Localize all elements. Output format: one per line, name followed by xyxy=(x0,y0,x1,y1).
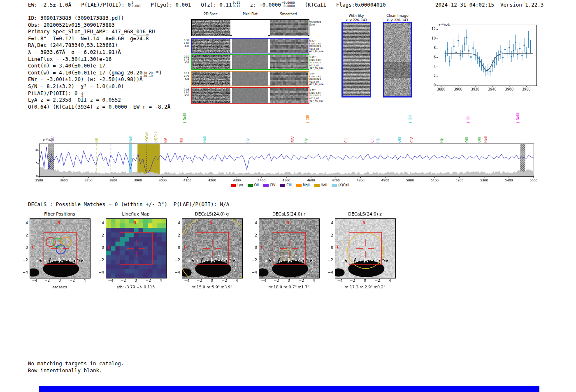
x-axis-tick-label: 0 xyxy=(361,278,369,283)
cutout-panel-fiber: Fiber Positions4−42−200−2−2−44NEarcsecs xyxy=(22,210,100,292)
emission-line-label: NeIII xyxy=(129,135,132,143)
text-segment: Q(z): 0.11 xyxy=(201,2,232,8)
x-axis-tick-label: 4 xyxy=(386,278,394,283)
compass-east-label: E xyxy=(337,245,339,249)
x-axis-tick-label: 4 xyxy=(233,278,241,283)
info-line: Cont(w) = 4.10(±0.01)e-17 (gmag 20.2020.… xyxy=(28,70,170,77)
x-axis-tick-label: 0 xyxy=(285,278,293,283)
text-segment: Q(0.64) (K)CaII(3934) z = 0.0000 EW r = … xyxy=(28,104,170,110)
y-axis-tick-label: 4 xyxy=(327,221,333,225)
compass-east-label: E xyxy=(32,245,34,249)
header-item: Flags:0x00004010 xyxy=(336,2,386,8)
info-line: Primary Spec_Slot_IFU_AMP: 417_068_016_R… xyxy=(28,28,170,35)
emission-line-label: Hγ xyxy=(304,138,308,143)
spec2d-column-header: Smoothed xyxy=(272,12,305,16)
smoothed-image xyxy=(270,55,308,69)
legend-color-swatch xyxy=(248,184,253,187)
cutout-canvas xyxy=(106,218,167,278)
stacked-value: 00 xyxy=(81,92,84,98)
x-axis-tick-label: −4 xyxy=(183,278,190,283)
text-segment: Cont(w) = 4.10(±0.01)e-17 (gmag 20.20 xyxy=(28,70,142,76)
emission-line-label: HeII xyxy=(203,136,207,143)
cutout-title: Fiber Positions xyxy=(30,211,90,216)
legend-label: HeII xyxy=(321,183,327,187)
emission-line-label: (K)CaII xyxy=(145,132,149,143)
y-axis-tick-label: 2 xyxy=(98,233,104,237)
legend-label: CIII xyxy=(286,183,292,187)
emission-line-label: NV xyxy=(164,138,168,143)
emission-line-label: CIII xyxy=(371,137,374,143)
x-axis-tick-label: −2 xyxy=(144,278,152,283)
compass-north-label: N xyxy=(57,220,60,225)
legend-label: Lyα xyxy=(237,183,243,187)
legend-item: HeII xyxy=(314,183,327,187)
legend-item: OII xyxy=(248,183,259,187)
y-axis-tick-label: −4 xyxy=(251,270,257,274)
y-axis-tick-label: 2 xyxy=(251,233,257,237)
text-segment: λ = 3933.67Å σ = 6.02(±1.91)Å xyxy=(28,49,121,55)
x-axis-tick-label: −4 xyxy=(336,278,344,283)
row-info-value: Sum xyxy=(309,23,329,26)
info-line: Cont(n) = 3.40(±0.00)e-17 xyxy=(28,63,170,70)
cutout-caption: arcsecs xyxy=(30,285,90,289)
catalog-match-line: DECaLS : Possible Matches = 0 (within +/… xyxy=(28,201,229,207)
x-axis-tick-label: −2 xyxy=(297,278,305,283)
pixel-flat-image xyxy=(232,55,268,69)
spec2d-row-info-labels: WeightedSum xyxy=(309,21,329,26)
spec2d-column-header: Pixel Flat xyxy=(234,12,267,16)
y-axis-tick-label: −2 xyxy=(174,258,180,262)
y-axis-tick-label: 4 xyxy=(98,221,104,225)
emission-line-label: { NeIII xyxy=(516,113,520,123)
emission-line-label: { NeIII xyxy=(183,113,187,123)
spec2d-row-info-labels: 0.82"(226, 143)20200521v015_03417_RU_014 xyxy=(309,39,329,53)
text-segment: Cont(n) = 3.40(±0.00)e-17 xyxy=(28,63,105,69)
footer-notes: No matching targets in catalog.Row inten… xyxy=(28,360,124,374)
info-line: λ = 3933.67Å σ = 6.02(±1.91)Å xyxy=(28,49,170,56)
header-item: P(Lyα): 0.001 xyxy=(151,2,191,8)
cutout-panel-decals_z: DECaLS(24.0) z4−42−200−2−2−44NEm:17.3 rc… xyxy=(327,210,406,292)
row-info-value: 417_RU_014 xyxy=(309,83,329,86)
y-axis-tick-label: −2 xyxy=(251,258,257,262)
image-panel-frame xyxy=(341,22,371,97)
pixel-flat-image xyxy=(232,39,268,53)
scale-value: 0.30 xyxy=(179,55,189,58)
image-panel-canvas xyxy=(384,23,411,96)
cutout-canvas xyxy=(259,218,320,278)
legend-label: MgII xyxy=(303,183,310,187)
spec2d-row-scale-labels: 0.382.08435 xyxy=(179,39,189,47)
header-item: Q(z): 0.110.110.11 xyxy=(201,2,240,8)
cutout-caption: m:17.3 rc:2.9" s:0.2" xyxy=(335,285,395,289)
cutout-canvas xyxy=(182,218,243,278)
emission-line-label: SiIV xyxy=(51,137,55,143)
stacked-value: 20.2020.19 xyxy=(143,72,153,78)
emission-line-label: HeII xyxy=(484,136,488,143)
image-panel-frame xyxy=(383,22,412,97)
spec2d-image xyxy=(192,55,230,69)
text-segment: EW: -2.5±-1.0Å xyxy=(28,2,71,8)
image-panel-title: With Sky xyxy=(337,14,375,18)
cutout-title: DECaLS(24.0) g xyxy=(182,211,242,216)
compass-east-label: E xyxy=(184,245,186,249)
header-item: EW: -2.5±-1.0Å xyxy=(28,2,71,8)
spec2d-row-scale-labels: 0.301.76436 xyxy=(179,55,189,64)
y-axis-tick-label: 0 xyxy=(174,246,180,250)
text-segment: (K)CaII xyxy=(304,2,326,8)
spec2d-row xyxy=(191,54,309,70)
scale-value: 0.11 xyxy=(179,72,189,74)
text-segment: P(LAE)/P(OII): 0 xyxy=(28,90,81,96)
stacked-value: 00.001 xyxy=(132,1,141,7)
scale-value: 436 xyxy=(179,94,189,97)
x-axis-tick-label: −2 xyxy=(120,278,127,283)
x-axis-tick-label: −2 xyxy=(68,278,76,283)
x-axis-tick-label: −4 xyxy=(31,278,38,283)
spec2d-row-info-labels: 1.64"(226, 143)20200521v015_07417_RU_014 xyxy=(309,72,329,86)
legend-item: CIII xyxy=(280,183,292,187)
y-axis-tick-label: 0 xyxy=(327,246,333,250)
scale-value: 1.76 xyxy=(179,58,189,61)
compass-north-label: N xyxy=(286,220,290,225)
legend-color-swatch xyxy=(296,184,302,187)
y-axis-tick-label: −4 xyxy=(174,270,180,274)
emission-line-label: { CIII xyxy=(306,115,310,123)
info-line: S/N = 8.2(±3.2) χ² = 1.0(±0.0) xyxy=(28,83,170,90)
y-axis-tick-label: −2 xyxy=(98,258,104,262)
